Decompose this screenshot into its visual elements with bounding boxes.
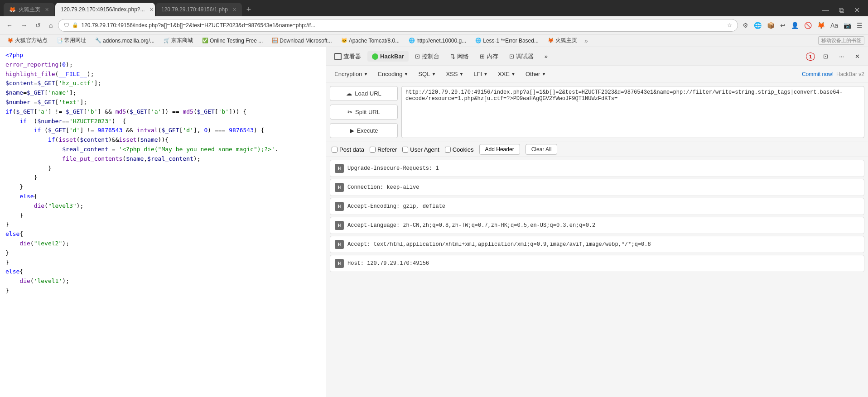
headers-list: H Upgrade-Insecure-Requests: 1 H Connect…	[326, 157, 868, 397]
bookmark-microsoft[interactable]: 🪟 Download Microsoft...	[268, 37, 335, 45]
bm-icon: ✅	[202, 38, 208, 43]
user-agent-checkbox[interactable]	[402, 147, 408, 153]
load-url-label: Load URL	[355, 90, 381, 97]
tab-close-btn[interactable]: ✕	[149, 7, 154, 13]
inspect-tool-btn[interactable]: 查看器	[330, 51, 366, 62]
tab-firefox-home[interactable]: 🦊 火狐主页 ✕	[4, 3, 54, 16]
url-input[interactable]: http://120.79.29.170:49156/index.php?a[]…	[401, 86, 864, 138]
inspect-icon	[334, 53, 342, 60]
header-value: Accept: text/html,application/xhtml+xml,…	[347, 241, 859, 248]
tab-index-php[interactable]: 120.79.29.170:49156/index.php?... ✕	[55, 3, 155, 16]
bm-label: 火狐官方站点	[15, 37, 48, 44]
bm-icon: 📑	[57, 38, 63, 43]
close-btn[interactable]: ✕	[849, 4, 864, 16]
translate-icon[interactable]: 🌐	[752, 20, 763, 31]
inspect-label: 查看器	[343, 53, 361, 61]
bookmark-common[interactable]: 📑 常用网址	[53, 36, 90, 45]
tab-close-btn[interactable]: ✕	[45, 7, 49, 13]
profile-icon[interactable]: 👤	[789, 20, 800, 31]
extensions-icon[interactable]: ⚙	[741, 20, 750, 31]
bookmark-testing[interactable]: ✅ Online Testing Free ...	[198, 37, 266, 45]
bm-label: http://enet.10000.g...	[416, 38, 466, 44]
xss-menu[interactable]: XSS ▼	[441, 69, 468, 79]
screenshot-icon[interactable]: 📷	[842, 20, 853, 31]
console-tool-btn[interactable]: ⊡ 控制台	[410, 51, 444, 62]
menu-btn[interactable]: ☰	[855, 20, 864, 31]
reader-icon[interactable]: Aa	[829, 20, 840, 31]
header-value: Connection: keep-alive	[347, 184, 859, 191]
minimize-btn[interactable]: —	[817, 4, 834, 16]
refresh-btn[interactable]: ↺	[33, 20, 43, 31]
header-badge: H	[335, 259, 344, 268]
tab-1-php[interactable]: 120.79.29.170:49156/1.php ✕	[156, 3, 242, 16]
cookies-checkbox[interactable]	[445, 147, 451, 153]
bookmark-star-icon[interactable]: ☆	[727, 22, 732, 29]
sql-menu[interactable]: SQL ▼	[414, 69, 440, 79]
maximize-btn[interactable]: ⧉	[834, 4, 849, 16]
xss-label: XSS	[446, 71, 458, 77]
referer-checkbox-label[interactable]: Referer	[370, 146, 397, 153]
memory-icon: ⊞	[480, 53, 485, 60]
encryption-menu[interactable]: Encryption ▼	[330, 69, 372, 79]
cookies-label: Cookies	[453, 146, 474, 153]
encryption-label: Encryption	[334, 71, 362, 77]
network-tool-btn[interactable]: ⇅ 网络	[446, 51, 473, 62]
other-menu[interactable]: Other ▼	[521, 69, 550, 79]
more-bookmarks-icon[interactable]: »	[584, 37, 588, 44]
tab-close-btn[interactable]: ✕	[232, 7, 236, 13]
user-agent-checkbox-label[interactable]: User Agent	[402, 146, 439, 153]
load-url-cloud-icon: ☁	[346, 90, 352, 97]
pocket-icon[interactable]: 🦊	[815, 20, 827, 31]
lfi-menu[interactable]: LFI ▼	[469, 69, 492, 79]
hackbar-tool-btn[interactable]: HackBar	[367, 51, 409, 62]
devtools-toolbar: 查看器 HackBar ⊡ 控制台 ⇅ 网络 ⊞ 内存	[326, 47, 868, 66]
execute-btn[interactable]: ▶ Execute	[330, 123, 398, 138]
sync-icon[interactable]: ↩	[778, 20, 787, 31]
cookies-checkbox-label[interactable]: Cookies	[445, 146, 474, 153]
more-tools-btn[interactable]: »	[540, 51, 552, 62]
bookmark-firefox[interactable]: 🦊 火狐官方站点	[4, 36, 51, 45]
address-bar[interactable]: 🛡 🔒 120.79.29.170:49156/index.php?a[]=1&…	[58, 19, 738, 32]
clear-all-btn[interactable]: Clear All	[526, 144, 558, 155]
bookmark-less1[interactable]: 🌐 Less-1 **Error Based...	[472, 37, 542, 45]
bookmark-addons[interactable]: 🔧 addons.mozilla.org/...	[92, 37, 158, 45]
overflow-btn[interactable]: ···	[834, 51, 849, 62]
mobile-bookmarks-btn[interactable]: 移动设备上的书签	[818, 36, 864, 45]
encoding-dropdown-icon: ▼	[404, 72, 409, 77]
bookmark-firefox-home[interactable]: 🦊 火狐主页	[544, 36, 581, 45]
load-url-btn[interactable]: ☁ Load URL	[330, 86, 398, 101]
close-devtools-btn[interactable]: ✕	[850, 51, 864, 62]
xxe-menu[interactable]: XXE ▼	[493, 69, 520, 79]
bookmark-enet[interactable]: 🌐 http://enet.10000.g...	[405, 37, 470, 45]
add-header-btn[interactable]: Add Header	[479, 144, 520, 155]
action-buttons: ☁ Load URL ✂ Split URL ▶ Execute	[330, 86, 398, 138]
memory-label: 内存	[487, 53, 498, 61]
referer-checkbox[interactable]	[370, 147, 376, 153]
lfi-label: LFI	[473, 71, 482, 77]
bookmark-tomcat[interactable]: 🐱 Apache Tomcat/8.0...	[338, 37, 404, 45]
forward-btn[interactable]: →	[18, 20, 30, 31]
container-icon[interactable]: 📦	[765, 20, 776, 31]
header-badge: H	[335, 221, 344, 230]
responsive-btn[interactable]: ⊡	[819, 51, 833, 62]
bm-label: 常用网址	[64, 37, 86, 44]
encoding-menu[interactable]: Encoding ▼	[373, 69, 413, 79]
hackbar-version: HackBar v2	[836, 71, 864, 77]
back-btn[interactable]: ←	[4, 20, 15, 31]
commit-now-link[interactable]: Commit now!	[802, 71, 834, 77]
memory-tool-btn[interactable]: ⊞ 内存	[475, 51, 503, 62]
bookmark-jd[interactable]: 🛒 京东商城	[160, 36, 197, 45]
hackbar-menubar: Encryption ▼ Encoding ▼ SQL ▼ XSS ▼ LFI	[326, 66, 868, 82]
post-data-checkbox[interactable]	[332, 147, 338, 153]
bm-icon: 🐱	[341, 38, 347, 43]
post-data-checkbox-label[interactable]: Post data	[332, 146, 364, 153]
encoding-label: Encoding	[378, 71, 402, 77]
new-tab-btn[interactable]: +	[243, 3, 255, 16]
execute-label: Execute	[357, 127, 378, 134]
home-btn[interactable]: ⌂	[46, 20, 55, 31]
bm-label: addons.mozilla.org/...	[103, 38, 154, 44]
adblocker-icon[interactable]: 🚫	[802, 20, 814, 31]
header-row: H Accept-Language: zh-CN,zh;q=0.8,zh-TW;…	[330, 217, 864, 234]
debugger-tool-btn[interactable]: ⊡ 调试器	[505, 51, 538, 62]
split-url-btn[interactable]: ✂ Split URL	[330, 105, 398, 120]
